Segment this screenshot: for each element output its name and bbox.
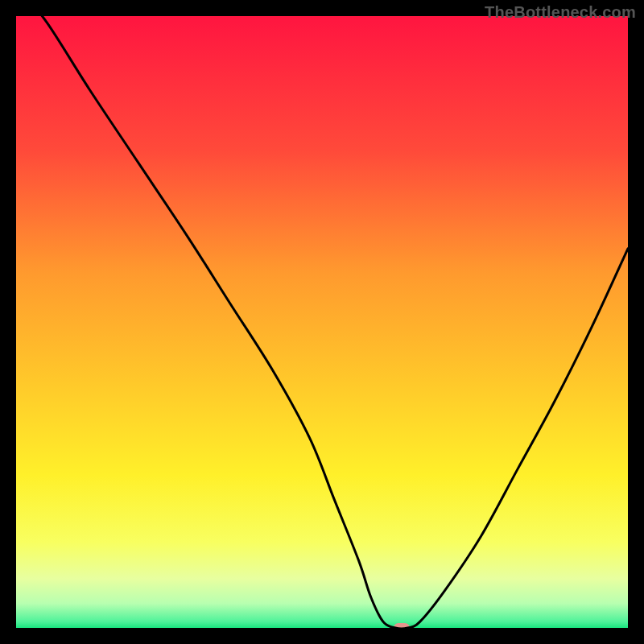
bottleneck-curve [16, 16, 628, 628]
chart-container: TheBottleneck.com [0, 0, 644, 644]
curve-svg [16, 16, 628, 628]
plot-area [16, 16, 628, 628]
watermark-text: TheBottleneck.com [485, 3, 636, 22]
